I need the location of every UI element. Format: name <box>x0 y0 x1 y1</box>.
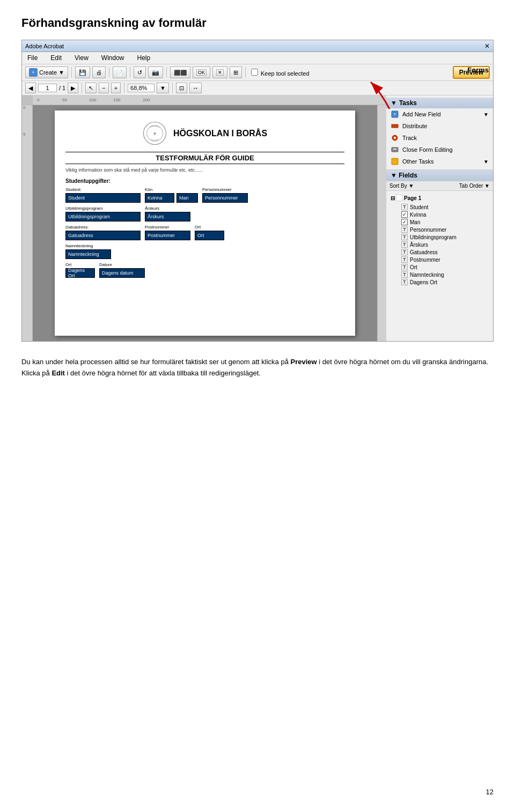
tasks-header-triangle: ▼ <box>391 99 397 107</box>
menu-file[interactable]: File <box>25 53 40 63</box>
toolbar: + Create ▼ 💾 🖨 📄 ↺ 📷 ⬛⬛ OK ✕ <box>22 64 493 81</box>
x-button[interactable]: ✕ <box>212 67 227 78</box>
create-icon: + <box>29 68 38 77</box>
field-item-arskurs[interactable]: T Årskurs <box>399 241 491 248</box>
tools-button[interactable]: ⬛⬛ <box>170 67 190 78</box>
arrow-overlay <box>360 105 377 114</box>
postnummer-field-icon: T <box>401 256 408 263</box>
field-item-student[interactable]: T Student <box>399 203 491 211</box>
kvinna-field[interactable]: Kvinna <box>145 193 174 203</box>
dagens-ort-field[interactable]: Dagens Ort <box>65 268 95 278</box>
other-tasks-icon: ⋯ <box>391 157 399 166</box>
track-item[interactable]: Track <box>386 132 493 144</box>
page1-checkbox <box>396 194 403 202</box>
pdf-page: ⚜ HÖGSKOLAN I BORÅS TESTFORMULÄR FÖR GUI… <box>55 110 355 336</box>
page1-item[interactable]: ⊟ Page 1 <box>388 193 491 203</box>
field-item-postnummer[interactable]: T Postnummer <box>399 256 491 263</box>
zoom-input[interactable] <box>128 84 154 92</box>
personnummer-field[interactable]: Personnummer <box>202 193 248 203</box>
kon-label: Kön <box>145 187 198 192</box>
keep-tool-checkbox[interactable] <box>251 69 258 76</box>
menu-edit[interactable]: Edit <box>48 53 64 63</box>
window-close-button[interactable]: ✕ <box>484 42 490 50</box>
description-bold-edit: Edit <box>52 369 65 377</box>
form-row-3: Gatuadress: Gatuadress Postnummer Postnu… <box>65 225 344 240</box>
field-item-utbildningsprogram[interactable]: T Utbildningsprogram <box>399 233 491 241</box>
fit-width-button[interactable]: ↔ <box>189 83 202 93</box>
school-name: HÖGSKOLAN I BORÅS <box>173 129 267 138</box>
description-area: Du kan under hela processen alltid se hu… <box>21 357 494 379</box>
namnteckning-col: Namnteckning Namnteckning <box>65 243 111 259</box>
select-tool-button[interactable]: ↖ <box>85 83 97 93</box>
field-item-gatuadress[interactable]: T Gatuadress <box>399 248 491 256</box>
page-current-input[interactable] <box>38 84 57 92</box>
save-button[interactable]: 💾 <box>75 67 90 78</box>
utbildningsprogram-label: Utbildningsprogram <box>65 206 141 211</box>
add-new-field-item[interactable]: + Add New Field ▼ <box>386 108 493 120</box>
zoom-dropdown-button[interactable]: ▼ <box>157 83 169 93</box>
grid-button[interactable]: ⊞ <box>230 67 242 78</box>
ruler-v-0: 0 <box>23 105 25 110</box>
field-item-kvinna[interactable]: Kvinna <box>399 211 491 218</box>
personnummer-field-label: Personnummer <box>410 227 446 233</box>
tasks-header: ▼ Tasks <box>386 98 493 108</box>
rotate-button[interactable]: ↺ <box>134 67 146 78</box>
postnummer-field[interactable]: Postnummer <box>145 231 190 240</box>
menu-help[interactable]: Help <box>135 53 153 63</box>
dagens-datum-field[interactable]: Dagens datum <box>99 268 145 278</box>
arskurs-field[interactable]: Årskurs <box>145 212 190 222</box>
postnummer-field-label: Postnummer <box>410 257 440 263</box>
namnteckning-field-label: Namnteckning <box>410 272 444 278</box>
create-button[interactable]: + Create ▼ <box>25 67 68 78</box>
tab-order-button[interactable]: Tab Order ▼ <box>459 183 490 189</box>
print-button[interactable]: 🖨 <box>92 67 106 78</box>
other-tasks-item[interactable]: ⋯ Other Tasks ▼ <box>386 156 493 167</box>
vertical-scrollbar[interactable] <box>377 105 386 341</box>
zoom-out-button[interactable]: − <box>99 83 108 93</box>
camera-button[interactable]: 📷 <box>148 67 163 78</box>
dagens-ort-field-label: Dagens Ort <box>410 279 437 285</box>
gatuadress-col: Gatuadress: Gatuadress <box>65 225 141 240</box>
field-item-man[interactable]: Man <box>399 218 491 226</box>
print-icon: 🖨 <box>96 69 102 76</box>
toolbar-separator-3 <box>130 67 130 78</box>
utbildningsprogram-field[interactable]: Utbildningsprogram <box>65 212 141 222</box>
man-field[interactable]: Man <box>176 193 198 203</box>
main-content-area: 0 50 100 150 200 0 5 <box>22 95 493 341</box>
field-item-dagens-ort[interactable]: T Dagens Ort <box>399 278 491 286</box>
add-new-field-icon: + <box>391 110 399 119</box>
postnummer-label: Postnummer <box>145 225 190 230</box>
gatuadress-field[interactable]: Gatuadress <box>65 231 141 240</box>
namnteckning-field[interactable]: Namnteckning <box>65 249 111 259</box>
ok-button[interactable]: OK <box>193 67 210 78</box>
add-new-field-arrow: ▼ <box>483 112 489 117</box>
sort-by-button[interactable]: Sort By ▼ <box>389 183 414 189</box>
track-icon <box>391 134 399 142</box>
menu-window[interactable]: Window <box>99 53 127 63</box>
fit-page-button[interactable]: ⊡ <box>176 83 187 93</box>
prev-page-button[interactable]: ◀ <box>25 83 36 93</box>
tasks-section: ▼ Tasks + Add New Field ▼ Distribute <box>386 95 493 170</box>
field-item-ort[interactable]: T Ort <box>399 263 491 271</box>
kon-col: Kön Kvinna Man <box>145 187 198 203</box>
student-field[interactable]: Student <box>65 193 141 203</box>
toolbar-separator-2 <box>109 67 109 78</box>
fields-header: ▼ Fields <box>386 170 493 181</box>
form-row-4: Namnteckning Namnteckning <box>65 243 344 259</box>
gatuadress-field-icon: T <box>401 249 408 255</box>
field-item-personnummer[interactable]: T Personnummer <box>399 226 491 233</box>
form-subtitle: Viktig information som ska stå med på va… <box>65 167 344 173</box>
personnummer-label: Personnummer <box>202 187 248 192</box>
field-item-namnteckning[interactable]: T Namnteckning <box>399 271 491 278</box>
datum-col: Datum Dagens datum <box>99 262 145 278</box>
page-button[interactable]: 📄 <box>113 67 127 78</box>
close-form-editing-item[interactable]: Close Form Editing <box>386 144 493 156</box>
ort-label2: Ort <box>195 225 224 230</box>
ort-field[interactable]: Ort <box>195 231 224 240</box>
ort-col: Ort Ort <box>195 225 224 240</box>
menu-view[interactable]: View <box>72 53 91 63</box>
zoom-in-button[interactable]: + <box>111 83 121 93</box>
next-page-button[interactable]: ▶ <box>68 83 78 93</box>
track-label: Track <box>402 135 417 141</box>
distribute-item[interactable]: Distribute <box>386 120 493 132</box>
